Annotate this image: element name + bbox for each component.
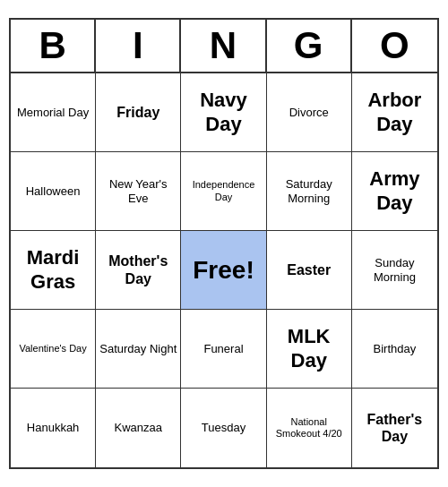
bingo-cell: Navy Day: [181, 73, 266, 152]
bingo-card: BINGO Memorial DayFridayNavy DayDivorceA…: [9, 18, 439, 469]
bingo-cell: New Year's Eve: [96, 152, 181, 231]
bingo-cell: MLK Day: [267, 310, 352, 389]
bingo-cell: Father's Day: [352, 389, 437, 467]
bingo-cell: National Smokeout 4/20: [267, 389, 352, 467]
bingo-cell: Saturday Morning: [267, 152, 352, 231]
header-letter: N: [181, 20, 266, 72]
bingo-cell: Easter: [267, 231, 352, 310]
header-letter: G: [267, 20, 352, 72]
bingo-cell: Memorial Day: [11, 73, 96, 152]
bingo-cell: Kwanzaa: [96, 389, 181, 467]
bingo-cell: Valentine's Day: [11, 310, 96, 389]
bingo-cell: Saturday Night: [96, 310, 181, 389]
bingo-header: BINGO: [11, 20, 437, 73]
bingo-cell: Birthday: [352, 310, 437, 389]
header-letter: O: [352, 20, 437, 72]
bingo-cell: Funeral: [181, 310, 266, 389]
bingo-cell: Friday: [96, 73, 181, 152]
bingo-cell: Halloween: [11, 152, 96, 231]
bingo-cell: Hanukkah: [11, 389, 96, 467]
header-letter: B: [11, 20, 96, 72]
bingo-cell: Tuesday: [181, 389, 266, 467]
bingo-cell: Free!: [181, 231, 266, 310]
header-letter: I: [96, 20, 181, 72]
bingo-cell: Sunday Morning: [352, 231, 437, 310]
bingo-cell: Arbor Day: [352, 73, 437, 152]
bingo-cell: Mardi Gras: [11, 231, 96, 310]
bingo-cell: Divorce: [267, 73, 352, 152]
bingo-cell: Mother's Day: [96, 231, 181, 310]
bingo-cell: Army Day: [352, 152, 437, 231]
bingo-grid: Memorial DayFridayNavy DayDivorceArbor D…: [11, 73, 437, 467]
bingo-cell: Independence Day: [181, 152, 266, 231]
